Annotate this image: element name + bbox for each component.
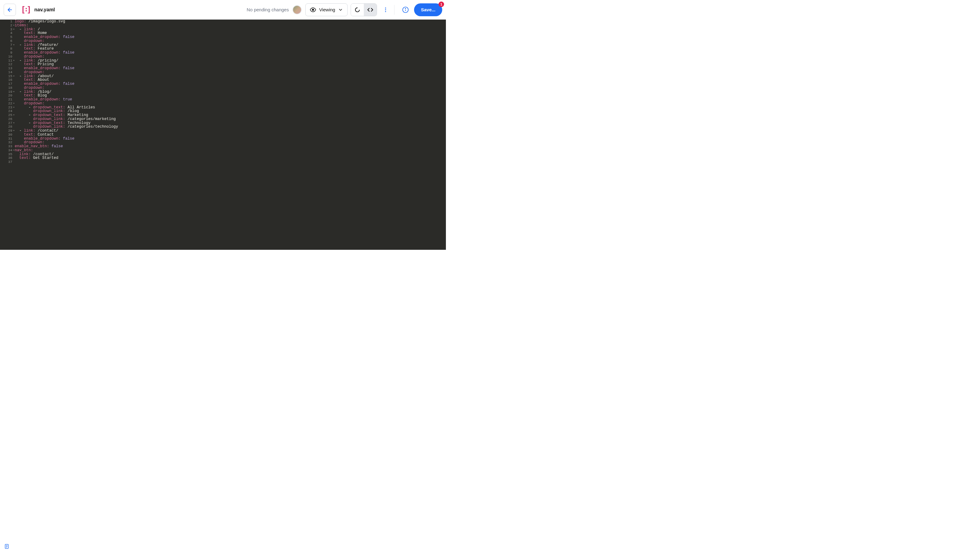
line-number: 4 <box>0 31 12 35</box>
code-line[interactable]: enable_dropdown: false <box>15 67 446 70</box>
line-number: 6 <box>0 39 12 43</box>
header: [ : ] nav.yaml No pending changes Viewin… <box>0 0 446 20</box>
fold-marker-icon[interactable]: ▾ <box>13 24 15 27</box>
info-button[interactable] <box>399 4 412 16</box>
line-number: 25▾ <box>0 113 12 117</box>
code-line[interactable]: dropdown: <box>15 86 446 90</box>
code-line[interactable]: - link: /feature/ <box>15 43 446 47</box>
svg-point-5 <box>385 7 386 8</box>
line-number: 22▾ <box>0 102 12 106</box>
unsaved-badge: 1 <box>439 2 444 7</box>
line-number: 9 <box>0 51 12 55</box>
line-number: 30 <box>0 133 12 137</box>
fold-marker-icon[interactable]: ▾ <box>13 90 15 94</box>
code-line[interactable]: enable_dropdown: false <box>15 51 446 55</box>
code-line[interactable]: items: <box>15 24 446 27</box>
code-line[interactable]: - link: /about/ <box>15 75 446 78</box>
line-number: 27▾ <box>0 121 12 125</box>
fold-marker-icon[interactable]: ▾ <box>13 59 15 63</box>
avatar[interactable] <box>293 5 302 14</box>
code-editor[interactable]: 12▾3▾4567▾891011▾12131415▾16171819▾20212… <box>0 20 446 250</box>
line-number: 8 <box>0 47 12 51</box>
fold-marker-icon[interactable]: ▾ <box>13 121 15 125</box>
line-number: 14 <box>0 70 12 75</box>
code-line[interactable]: - link: / <box>15 27 446 32</box>
line-number: 23▾ <box>0 106 12 110</box>
back-button[interactable] <box>4 4 16 16</box>
line-number: 35 <box>0 152 12 156</box>
code-line[interactable]: enable_dropdown: false <box>15 82 446 86</box>
fold-marker-icon[interactable]: ▾ <box>13 129 15 133</box>
fold-marker-icon[interactable]: ▾ <box>13 43 15 47</box>
line-number: 37 <box>0 160 12 164</box>
fold-marker-icon[interactable]: ▾ <box>13 106 15 110</box>
line-number: 36 <box>0 156 12 160</box>
pending-changes-status: No pending changes <box>247 7 289 12</box>
code-line[interactable]: text: Get Started <box>15 156 446 160</box>
code-line[interactable]: text: Pricing <box>15 62 446 67</box>
line-number: 26 <box>0 117 12 121</box>
code-line[interactable]: text: Feature <box>15 47 446 51</box>
app-logo-icon: [ : ] <box>21 5 30 14</box>
line-number: 12 <box>0 62 12 67</box>
code-line[interactable]: - link: /contact/ <box>15 129 446 133</box>
line-number: 7▾ <box>0 43 12 47</box>
line-number: 2▾ <box>0 24 12 27</box>
line-number: 28 <box>0 125 12 129</box>
line-number: 33 <box>0 144 12 148</box>
preview-toggle[interactable] <box>351 4 364 16</box>
info-icon <box>402 6 409 13</box>
fold-marker-icon[interactable]: ▾ <box>13 148 15 152</box>
svg-point-10 <box>406 8 406 9</box>
code-icon <box>367 7 373 13</box>
save-button[interactable]: Save... 1 <box>414 3 442 16</box>
code-line[interactable]: - link: /blog/ <box>15 90 446 94</box>
line-number: 34▾ <box>0 148 12 152</box>
code-line[interactable]: dropdown: <box>15 140 446 144</box>
line-number: 3▾ <box>0 27 12 32</box>
code-line[interactable]: - link: /pricing/ <box>15 59 446 63</box>
code-area[interactable]: logo: /images/logo.svgitems: - link: / t… <box>13 20 446 250</box>
code-line[interactable]: text: About <box>15 78 446 82</box>
file-title: nav.yaml <box>34 7 55 13</box>
fold-marker-icon[interactable]: ▾ <box>13 113 15 117</box>
code-line[interactable]: logo: /images/logo.svg <box>15 20 446 24</box>
code-line[interactable]: enable_nav_btn: false <box>15 144 446 148</box>
code-line[interactable]: dropdown: <box>15 55 446 59</box>
line-number: 24 <box>0 109 12 113</box>
code-line[interactable]: - dropdown_text: All Articles <box>15 106 446 110</box>
line-number: 5 <box>0 35 12 39</box>
code-line[interactable]: dropdown: <box>15 70 446 75</box>
fold-marker-icon[interactable]: ▾ <box>13 75 15 78</box>
line-number: 13 <box>0 67 12 70</box>
code-line[interactable]: text: Home <box>15 31 446 35</box>
line-number: 10 <box>0 55 12 59</box>
code-line[interactable]: dropdown: <box>15 39 446 43</box>
line-number: 19▾ <box>0 90 12 94</box>
chevron-down-icon <box>338 7 343 12</box>
svg-point-4 <box>356 8 360 12</box>
fold-marker-icon[interactable]: ▾ <box>13 27 15 32</box>
code-line[interactable]: enable_dropdown: false <box>15 137 446 141</box>
line-number: 11▾ <box>0 59 12 63</box>
view-mode-dropdown[interactable]: Viewing <box>305 3 348 16</box>
line-number: 21 <box>0 98 12 102</box>
code-line[interactable]: text: Contact <box>15 133 446 137</box>
code-line[interactable]: text: Blog <box>15 94 446 98</box>
line-number: 18 <box>0 86 12 90</box>
line-number: 16 <box>0 78 12 82</box>
code-line[interactable]: dropdown_link: /categories/technology <box>15 125 446 129</box>
code-toggle[interactable] <box>364 4 377 16</box>
code-line[interactable]: link: /contact/ <box>15 152 446 156</box>
code-line[interactable]: enable_dropdown: false <box>15 35 446 39</box>
code-line[interactable] <box>15 160 446 164</box>
more-menu-button[interactable] <box>379 4 392 16</box>
code-line[interactable]: nav_btn: <box>15 148 446 152</box>
svg-point-7 <box>385 11 386 12</box>
line-number: 17 <box>0 82 12 86</box>
fold-marker-icon[interactable]: ▾ <box>13 102 15 106</box>
svg-point-3 <box>312 9 314 10</box>
line-number: 20 <box>0 94 12 98</box>
code-line[interactable]: enable_dropdown: true <box>15 98 446 102</box>
divider <box>394 5 395 15</box>
